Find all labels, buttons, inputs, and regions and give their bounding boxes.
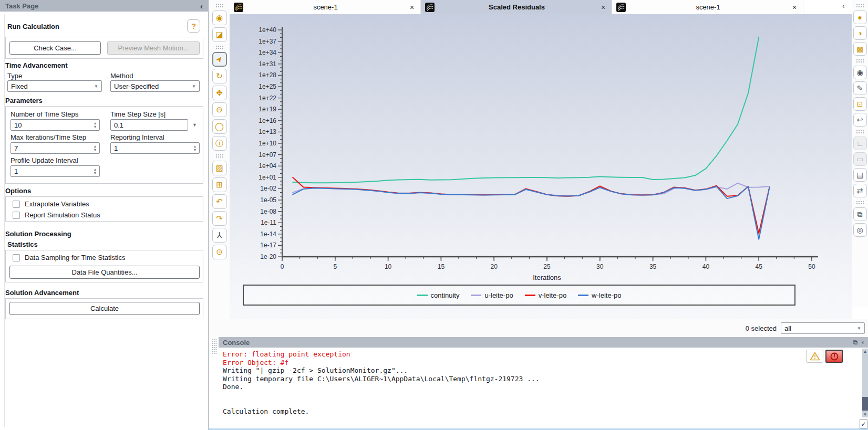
panel-options-button[interactable]: ⇄ (853, 184, 867, 197)
calculate-button[interactable]: Calculate (9, 302, 200, 315)
toolbar-grip[interactable] (856, 3, 864, 8)
time-step-size-input[interactable] (111, 120, 188, 130)
legend-swatch (471, 295, 481, 296)
y-tick-label: 1e+16 (259, 117, 276, 124)
path-select-button[interactable]: ↩ (853, 113, 867, 127)
tab-scene-1-b[interactable]: scene-1 × (612, 0, 803, 14)
console-check-icon[interactable]: ✓ (860, 419, 867, 428)
x-tick-label: 35 (649, 263, 657, 270)
display-histogram-button[interactable]: ▨ (212, 161, 227, 175)
collapse-console-icon[interactable]: ‹ (862, 339, 864, 346)
close-icon[interactable]: × (599, 3, 607, 12)
scrollbar-thumb[interactable] (862, 397, 868, 411)
legend-label: u-leite-po (484, 291, 513, 299)
spinner-down-icon[interactable]: ▼ (94, 148, 97, 152)
reporting-interval-input[interactable] (111, 143, 191, 153)
spinner-down-icon[interactable]: ▼ (94, 171, 97, 175)
warning-button[interactable] (806, 350, 823, 363)
collapse-right-toolbar-icon[interactable]: ‹ (842, 2, 845, 10)
collapse-panel-icon[interactable]: ‹ (200, 2, 203, 11)
zoom-dolly-button[interactable]: ⊖ (212, 102, 227, 117)
probe-info-button[interactable]: ⓘ (212, 136, 227, 151)
surface-mesh-button[interactable]: ▩ (853, 42, 867, 56)
data-file-quantities-button[interactable]: Data File Quantities... (9, 266, 200, 279)
check-case-button[interactable]: Check Case... (9, 41, 101, 55)
rotate-view-button[interactable]: ↻ (212, 69, 227, 83)
lock-view-button[interactable]: ⊙ (212, 245, 227, 259)
zoom-back-button[interactable]: ↶ (212, 194, 227, 209)
graphics-toolbar-right: ●◑▩◉✎⊡↩∟▭▤⇄⧉◎ (852, 0, 868, 307)
profile-update-input[interactable] (11, 166, 91, 176)
select-pointer-button[interactable]: ➤ (212, 52, 227, 67)
surface-mesh-icon: ▩ (856, 45, 863, 53)
console-drag-handle[interactable] (212, 338, 217, 354)
spinner-down-icon[interactable]: ▼ (94, 125, 97, 129)
max-iterations-spinner[interactable]: ▲▼ (11, 142, 100, 154)
spinner-down-icon[interactable]: ▼ (193, 148, 197, 152)
mesh-display-button[interactable]: ◉ (212, 11, 227, 25)
num-time-steps-input[interactable] (11, 120, 91, 130)
hide-annotate-button[interactable]: ✎ (853, 81, 867, 95)
toolbar-grip[interactable] (215, 45, 224, 49)
method-dropdown[interactable]: User-Specified ▼ (110, 80, 200, 92)
toolbar-grip[interactable] (215, 153, 224, 158)
reporting-interval-label: Reporting Interval (110, 133, 164, 141)
magnify-view-button[interactable]: ◯ (212, 119, 227, 134)
max-iterations-label: Max Iterations/Time Step (11, 133, 86, 141)
reporting-interval-spinner[interactable]: ▲▼ (110, 142, 200, 154)
graphics-tabbar: scene-1 × Scaled Residuals × scene-1 × (230, 0, 803, 14)
toolbar-grip[interactable] (856, 58, 864, 63)
num-time-steps-spinner[interactable]: ▲▼ (11, 119, 100, 131)
warning-icon (810, 352, 820, 361)
axis-triad-button[interactable]: ⅄ (212, 228, 227, 243)
extrapolate-variables-checkbox[interactable] (13, 201, 20, 208)
max-iterations-input[interactable] (11, 143, 91, 153)
spinner-up-icon[interactable]: ▲ (94, 144, 97, 148)
console-output[interactable]: Error: floating point exceptionError Obj… (219, 348, 862, 428)
spinner-up-icon[interactable]: ▲ (94, 167, 97, 171)
profile-update-spinner[interactable]: ▲▼ (11, 165, 100, 177)
scroll-down-icon[interactable]: ▼ (862, 412, 868, 417)
help-button[interactable]: ? (187, 19, 200, 33)
snapshot-camera-button[interactable]: ◎ (853, 223, 867, 237)
overlay-surfaces-button[interactable]: ⊡ (853, 97, 867, 111)
surface-solid-button[interactable]: ● (853, 11, 867, 24)
tab-label: scene-1 (243, 3, 408, 11)
tab-scene-1[interactable]: scene-1 × (230, 0, 421, 14)
surface-shaded-button[interactable]: ◑ (853, 26, 867, 40)
duplicate-window-button[interactable]: ⧉ (853, 207, 867, 221)
overlay-surfaces-icon: ⊡ (857, 100, 863, 108)
spinner-up-icon[interactable]: ▲ (94, 121, 97, 125)
filter-dropdown[interactable]: all ▼ (781, 322, 865, 334)
stop-calculation-button[interactable] (825, 350, 843, 363)
axes-display-icon: ∟ (856, 139, 864, 148)
zoom-forward-button[interactable]: ↷ (212, 211, 227, 226)
spinner-up-icon[interactable]: ▲ (193, 144, 197, 148)
close-icon[interactable]: × (790, 3, 799, 12)
pan-view-button[interactable]: ✥ (212, 86, 227, 100)
y-tick-label: 1e-20 (260, 253, 276, 260)
time-step-size-dropdown-icon[interactable]: ▼ (192, 122, 197, 128)
toolbar-grip[interactable] (856, 200, 864, 205)
console-scrollbar[interactable]: ▲ ▼ (862, 349, 868, 417)
zoom-area-button[interactable]: ⊞ (212, 177, 227, 192)
hide-annotate-icon: ✎ (857, 84, 863, 92)
y-tick-label: 1e-17 (260, 242, 276, 249)
toolbar-grip[interactable] (215, 3, 224, 8)
scroll-up-icon[interactable]: ▲ (862, 349, 868, 354)
y-tick-label: 1e+40 (259, 26, 276, 34)
data-sampling-checkbox[interactable] (13, 254, 20, 261)
report-simulation-status-checkbox[interactable] (13, 212, 20, 219)
clipping-planes-button[interactable]: ◪ (212, 27, 227, 42)
duplicate-window-icon: ⧉ (857, 210, 863, 219)
chevron-down-icon: ▼ (857, 326, 861, 331)
time-step-size-field[interactable] (110, 119, 188, 131)
console-line: Calculation complete. (223, 407, 862, 416)
report-page-button[interactable]: ▤ (853, 168, 867, 182)
toolbar-grip[interactable] (856, 129, 864, 134)
type-dropdown[interactable]: Fixed ▼ (7, 80, 102, 92)
float-window-icon[interactable]: ⧉ (853, 339, 857, 346)
close-icon[interactable]: × (408, 3, 416, 12)
view-eye-button[interactable]: ◉ (853, 66, 867, 79)
tab-scaled-residuals[interactable]: Scaled Residuals × (421, 0, 612, 14)
